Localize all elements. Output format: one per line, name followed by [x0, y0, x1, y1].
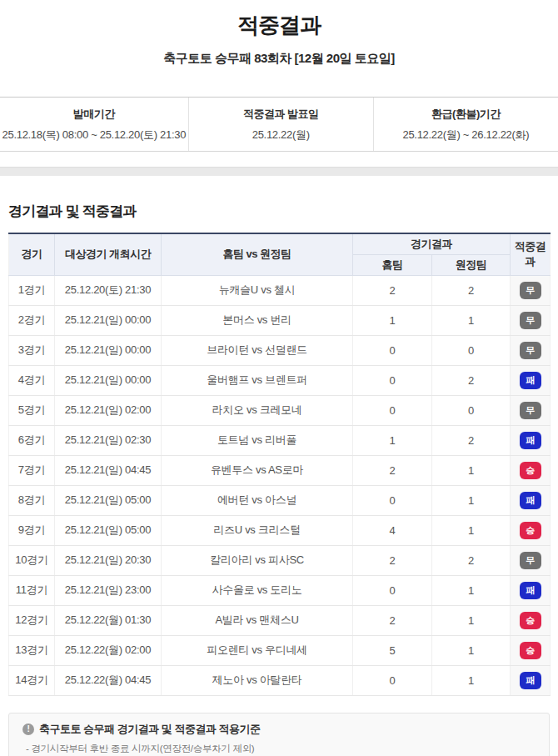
- table-row: 4경기 25.12.21(일) 00:00 울버햄프 vs 브렌트퍼 0 2 패: [9, 365, 551, 395]
- game-number-cell: 14경기: [9, 665, 55, 695]
- match-datetime-cell: 25.12.21(일) 23:00: [55, 575, 162, 605]
- match-datetime-cell: 25.12.21(일) 00:00: [55, 335, 162, 365]
- match-datetime-cell: 25.12.22(월) 04:45: [55, 665, 162, 695]
- home-score-cell: 5: [353, 635, 432, 665]
- match-datetime-cell: 25.12.21(일) 05:00: [55, 515, 162, 545]
- table-row: 5경기 25.12.21(일) 02:00 라치오 vs 크레모네 0 0 무: [9, 395, 551, 425]
- info-value: 25.12.22(월): [252, 128, 310, 143]
- result-badge: 무: [520, 342, 541, 359]
- col-header-away: 원정팀: [432, 254, 511, 275]
- game-number-cell: 6경기: [9, 425, 55, 455]
- result-badge: 패: [520, 582, 541, 599]
- hit-result-cell: 승: [511, 455, 551, 485]
- game-number-cell: 8경기: [9, 485, 55, 515]
- match-datetime-cell: 25.12.21(일) 00:00: [55, 305, 162, 335]
- hit-result-cell: 무: [511, 545, 551, 575]
- home-score-cell: 4: [353, 515, 432, 545]
- result-badge: 패: [520, 492, 541, 509]
- away-score-cell: 2: [432, 275, 511, 305]
- teams-cell: 칼리아리 vs 피사SC: [162, 545, 353, 575]
- away-score-cell: 1: [432, 515, 511, 545]
- hit-result-cell: 무: [511, 305, 551, 335]
- result-badge: 패: [520, 432, 541, 449]
- away-score-cell: 1: [432, 665, 511, 695]
- table-row: 1경기 25.12.20(토) 21:30 뉴캐슬U vs 첼시 2 2 무: [9, 275, 551, 305]
- home-score-cell: 1: [353, 425, 432, 455]
- result-badge: 패: [520, 672, 541, 689]
- table-row: 11경기 25.12.21(일) 23:00 사수올로 vs 도리노 0 1 패: [9, 575, 551, 605]
- hit-result-cell: 패: [511, 485, 551, 515]
- info-value: 25.12.18(목) 08:00 ~ 25.12.20(토) 21:30: [2, 128, 187, 143]
- footnote-title-row: ! 축구토토 승무패 경기결과 및 적중결과 적용기준: [22, 722, 536, 737]
- footnote-title: 축구토토 승무패 경기결과 및 적중결과 적용기준: [39, 722, 261, 737]
- result-badge: 승: [520, 642, 541, 659]
- away-score-cell: 1: [432, 605, 511, 635]
- section-title: 경기결과 및 적중결과: [8, 202, 550, 221]
- away-score-cell: 2: [432, 365, 511, 395]
- home-score-cell: 0: [353, 365, 432, 395]
- result-badge: 무: [520, 312, 541, 329]
- home-score-cell: 0: [353, 395, 432, 425]
- section-divider-band: [0, 167, 558, 176]
- col-header-home: 홈팀: [353, 254, 432, 275]
- teams-cell: 울버햄프 vs 브렌트퍼: [162, 365, 353, 395]
- info-label: 적중결과 발표일: [243, 107, 319, 122]
- teams-cell: 피오렌티 vs 우디네세: [162, 635, 353, 665]
- result-badge: 무: [520, 552, 541, 569]
- match-datetime-cell: 25.12.21(일) 02:30: [55, 425, 162, 455]
- exclamation-circle-icon: !: [22, 723, 34, 735]
- teams-cell: 리즈U vs 크리스털: [162, 515, 353, 545]
- hit-result-cell: 무: [511, 335, 551, 365]
- match-datetime-cell: 25.12.21(일) 02:00: [55, 395, 162, 425]
- table-row: 7경기 25.12.21(일) 04:45 유벤투스 vs AS로마 2 1 승: [9, 455, 551, 485]
- game-number-cell: 7경기: [9, 455, 55, 485]
- result-badge: 패: [520, 372, 541, 389]
- result-badge: 승: [520, 522, 541, 539]
- hit-result-cell: 무: [511, 395, 551, 425]
- page-header: 적중결과 축구토토 승무패 83회차 [12월 20일 토요일]: [0, 0, 558, 67]
- hit-result-cell: 무: [511, 275, 551, 305]
- col-header-result-group: 경기결과: [353, 233, 511, 254]
- footnote-line: - 경기시작부터 후반 종료 시까지(연장전/승부차기 제외): [22, 743, 536, 755]
- table-row: 6경기 25.12.21(일) 02:30 토트넘 vs 리버풀 1 2 패: [9, 425, 551, 455]
- hit-result-cell: 패: [511, 575, 551, 605]
- result-badge: 무: [520, 402, 541, 419]
- match-datetime-cell: 25.12.21(일) 20:30: [55, 545, 162, 575]
- home-score-cell: 0: [353, 665, 432, 695]
- hit-result-cell: 패: [511, 665, 551, 695]
- hit-result-cell: 패: [511, 425, 551, 455]
- table-row: 12경기 25.12.22(월) 01:30 A빌라 vs 맨체스U 2 1 승: [9, 605, 551, 635]
- info-refund-period: 환급(환불)기간 25.12.22(월) ~ 26.12.22(화): [373, 98, 558, 151]
- home-score-cell: 0: [353, 575, 432, 605]
- table-row: 8경기 25.12.21(일) 05:00 에버턴 vs 아스널 0 1 패: [9, 485, 551, 515]
- teams-cell: A빌라 vs 맨체스U: [162, 605, 353, 635]
- col-header-datetime: 대상경기 개최시간: [55, 233, 162, 275]
- page-title: 적중결과: [0, 11, 558, 40]
- col-header-hit: 적중결과: [511, 233, 551, 275]
- home-score-cell: 2: [353, 275, 432, 305]
- table-row: 14경기 25.12.22(월) 04:45 제노아 vs 아탈란타 0 1 패: [9, 665, 551, 695]
- away-score-cell: 0: [432, 395, 511, 425]
- game-number-cell: 5경기: [9, 395, 55, 425]
- match-datetime-cell: 25.12.21(일) 00:00: [55, 365, 162, 395]
- table-row: 10경기 25.12.21(일) 20:30 칼리아리 vs 피사SC 2 2 …: [9, 545, 551, 575]
- info-sale-period: 발매기간 25.12.18(목) 08:00 ~ 25.12.20(토) 21:…: [0, 98, 188, 151]
- main-content: 경기결과 및 적중결과 경기 대상경기 개최시간 홈팀 vs 원정팀 경기결과 …: [0, 202, 558, 756]
- game-number-cell: 13경기: [9, 635, 55, 665]
- results-table: 경기 대상경기 개최시간 홈팀 vs 원정팀 경기결과 적중결과 홈팀 원정팀 …: [8, 233, 551, 696]
- home-score-cell: 0: [353, 485, 432, 515]
- hit-result-cell: 승: [511, 635, 551, 665]
- game-number-cell: 10경기: [9, 545, 55, 575]
- teams-cell: 본머스 vs 번리: [162, 305, 353, 335]
- hit-result-cell: 승: [511, 515, 551, 545]
- results-table-body: 1경기 25.12.20(토) 21:30 뉴캐슬U vs 첼시 2 2 무 2…: [9, 275, 551, 695]
- match-datetime-cell: 25.12.21(일) 04:45: [55, 455, 162, 485]
- teams-cell: 제노아 vs 아탈란타: [162, 665, 353, 695]
- away-score-cell: 1: [432, 485, 511, 515]
- home-score-cell: 2: [353, 545, 432, 575]
- info-label: 환급(환불)기간: [431, 107, 501, 122]
- away-score-cell: 1: [432, 635, 511, 665]
- game-number-cell: 2경기: [9, 305, 55, 335]
- teams-cell: 뉴캐슬U vs 첼시: [162, 275, 353, 305]
- result-badge: 승: [520, 462, 541, 479]
